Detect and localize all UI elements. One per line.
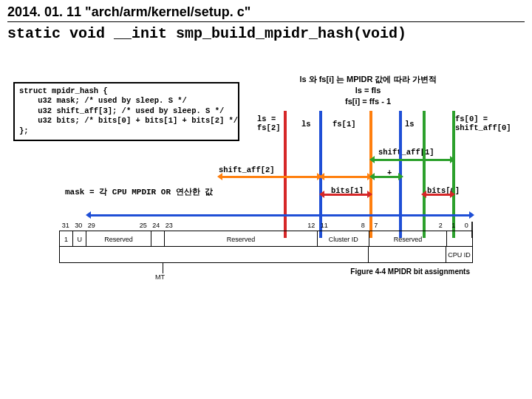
vbar-red	[284, 111, 287, 238]
bitnum: 25	[140, 222, 147, 229]
mt-label: MT	[155, 273, 165, 281]
bitnum: 0	[465, 222, 468, 229]
bitnum: 29	[88, 222, 95, 229]
note-ls-fs: ls 와 fs[i] 는 MPIDR 값에 따라 가변적 ls = fls fs…	[287, 74, 449, 107]
bitnum: 31	[62, 222, 69, 229]
bitnum: 2	[439, 222, 443, 229]
vbar-green-1	[423, 111, 426, 238]
bitnum: 30	[75, 222, 82, 229]
bit-cell	[369, 247, 446, 263]
bit-row-2: CPU ID	[59, 247, 473, 263]
bit-numbers: 313029252423121187210	[59, 222, 473, 231]
arrow-shift-aff2-2	[324, 176, 368, 178]
bit-cell: 1	[60, 231, 73, 247]
bit-cell	[151, 231, 165, 247]
arrow-plus	[374, 176, 399, 178]
bit-cell: Reserved	[165, 231, 318, 247]
page-header: 2014. 01. 11 "arch/arm/kernel/setup. c" …	[0, 0, 532, 44]
bitnum: 12	[307, 222, 315, 229]
bitnum: 1	[451, 222, 455, 229]
arrow-bits0	[426, 194, 451, 196]
arrow-mask	[90, 214, 470, 216]
arrow-bits1	[324, 194, 368, 196]
bitnum: 24	[152, 222, 160, 229]
bit-cell: CPU ID	[446, 247, 473, 263]
label-shift-aff1: shift_aff[1]	[378, 148, 434, 157]
label-ls1: ls	[301, 120, 311, 129]
bit-cell: U	[73, 231, 86, 247]
label-shift-aff2: shift_aff[2]	[219, 166, 275, 174]
bit-row-1: 1UReservedReservedCluster IDReserved	[59, 231, 473, 247]
mask-note: mask = 각 CPU MPDIR OR 연산한 값	[65, 186, 213, 197]
label-fs1: fs[1]	[332, 120, 356, 129]
label-ls2: ls	[405, 120, 415, 129]
header-funcsig: static void __init smp_build_mpidr_hash(…	[7, 22, 525, 42]
label-fs0-shift0: fs[0] = shift_aff[0]	[455, 115, 511, 132]
vbar-green-2	[452, 111, 455, 238]
header-filepath: 2014. 01. 11 "arch/arm/kernel/setup. c"	[7, 4, 525, 22]
bit-cell	[447, 231, 473, 247]
label-ls-fs2: ls = fs[2]	[257, 115, 281, 132]
bit-cell	[60, 247, 369, 263]
bitnum: 7	[374, 222, 378, 229]
bit-cell: Reserved	[86, 231, 151, 247]
bitnum: 11	[321, 222, 328, 229]
bit-cell: Reserved	[369, 231, 446, 247]
mt-tick	[163, 263, 163, 273]
arrow-shift-aff1	[374, 159, 451, 161]
bitnum: 23	[166, 222, 173, 229]
arrow-shift-aff2-1	[222, 176, 318, 178]
struct-code-box: struct mpidr_hash { u32 mask; /* used by…	[13, 82, 239, 141]
bitnum: 8	[361, 222, 365, 229]
figure-caption: Figure 4-4 MPIDR bit assignments	[59, 267, 473, 276]
bit-figure: 313029252423121187210 1UReservedReserved…	[59, 222, 473, 276]
bit-cell: Cluster ID	[318, 231, 369, 247]
